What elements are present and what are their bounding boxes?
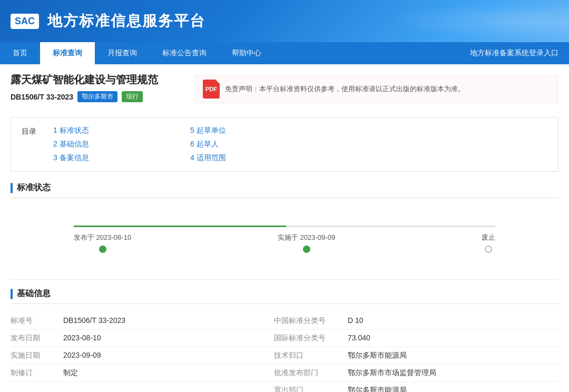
standard-status-section: 标准状态 发布于 2023-08-10 实施于 2023-09-09 — [11, 182, 558, 269]
toc-item-5[interactable]: 5 起草单位 — [190, 126, 306, 135]
info-row-1: 标准号 DB1506/T 33-2023 中国标准分类号 D 10 — [11, 312, 558, 330]
val-empty-1 — [63, 386, 274, 392]
label-empty-1 — [11, 386, 63, 392]
val-std-number: DB1506/T 33-2023 — [63, 316, 274, 326]
val-issuing-dept: 鄂尔多斯市能源局 — [348, 386, 558, 392]
nav-standard-search[interactable]: 标准查询 — [40, 42, 95, 64]
toc-label: 目录 — [22, 126, 53, 163]
tag-city: 鄂尔多斯市 — [77, 91, 117, 102]
disclaimer-text: 免责声明：本平台标准资料仅供参考，使用标准请以正式出版的标准版本为准。 — [225, 84, 465, 94]
section-info-header: 基础信息 — [11, 288, 558, 304]
label-revision: 制修订 — [11, 368, 63, 378]
toc-item-3[interactable]: 3 备案信息 — [53, 153, 169, 163]
section-bar-2 — [11, 289, 13, 299]
timeline-dot-1 — [99, 246, 106, 253]
info-rows: 标准号 DB1506/T 33-2023 中国标准分类号 D 10 发布日期 2… — [11, 312, 558, 392]
section-bar — [11, 183, 13, 193]
timeline-label-2: 实施于 2023-09-09 — [278, 233, 335, 242]
label-std-number: 标准号 — [11, 316, 63, 326]
val-revision: 制定 — [63, 368, 274, 378]
main-nav: 首页 标准查询 月报查询 标准公告查询 帮助中心 地方标准备案系统登录入口 — [0, 42, 569, 64]
subtitle-row: DB1506/T 33-2023 鄂尔多斯市 现行 — [11, 91, 184, 102]
header-title: 地方标准信息服务平台 — [47, 11, 205, 31]
timeline: 发布于 2023-08-10 实施于 2023-09-09 废止 — [11, 207, 558, 269]
nav-monthly-report[interactable]: 月报查询 — [95, 42, 150, 64]
label-tech-dept: 技术归口 — [274, 351, 348, 360]
basic-info-section: 基础信息 标准号 DB1506/T 33-2023 中国标准分类号 D 10 发… — [11, 288, 558, 392]
page-title: 露天煤矿智能化建设与管理规范 — [11, 73, 184, 87]
timeline-label-1: 发布于 2023-08-10 — [74, 233, 131, 242]
val-int-class: 73.040 — [348, 334, 558, 343]
label-impl-date: 实施日期 — [11, 351, 63, 360]
logo: SAC — [11, 14, 39, 29]
val-pub-date: 2023-08-10 — [63, 334, 274, 343]
nav-home[interactable]: 首页 — [0, 42, 40, 64]
toc-box: 目录 1 标准状态 5 起草单位 2 基础信息 6 起草人 3 备案信息 4 适… — [11, 117, 558, 172]
label-cn-class: 中国标准分类号 — [274, 316, 348, 326]
val-tech-dept: 鄂尔多斯市能源局 — [348, 351, 558, 360]
header: SAC 地方标准信息服务平台 — [0, 0, 569, 42]
info-row-5: 置出部门 鄂尔多斯市能源局 — [11, 382, 558, 392]
timeline-dot-2 — [303, 246, 310, 253]
label-pub-date: 发布日期 — [11, 334, 63, 343]
info-row-4: 制修订 制定 批准发布部门 鄂尔多斯市市场监督管理局 — [11, 365, 558, 382]
section-info-title: 基础信息 — [17, 288, 51, 299]
label-int-class: 国际标准分类号 — [274, 334, 348, 343]
std-number: DB1506/T 33-2023 — [11, 93, 73, 101]
toc-item-2[interactable]: 2 基础信息 — [53, 140, 169, 149]
info-row-2: 发布日期 2023-08-10 国际标准分类号 73.040 — [11, 330, 558, 347]
label-approval-dept: 批准发布部门 — [274, 368, 348, 378]
nav-login-link[interactable]: 地方标准备案系统登录入口 — [459, 42, 569, 64]
toc-item-6[interactable]: 6 起草人 — [190, 140, 306, 149]
toc-item-4[interactable]: 4 适用范围 — [190, 153, 306, 163]
toc-item-1[interactable]: 1 标准状态 — [53, 126, 169, 135]
val-impl-date: 2023-09-09 — [63, 351, 274, 360]
nav-help[interactable]: 帮助中心 — [219, 42, 274, 64]
val-approval-dept: 鄂尔多斯市市场监督管理局 — [348, 368, 558, 378]
tag-status: 现行 — [122, 91, 143, 102]
nav-announcement[interactable]: 标准公告查询 — [150, 42, 219, 64]
timeline-dot-3 — [485, 246, 492, 253]
info-row-3: 实施日期 2023-09-09 技术归口 鄂尔多斯市能源局 — [11, 347, 558, 365]
val-cn-class: D 10 — [348, 316, 558, 326]
divider — [11, 279, 558, 280]
main-content: 露天煤矿智能化建设与管理规范 DB1506/T 33-2023 鄂尔多斯市 现行… — [0, 64, 569, 392]
section-status-title: 标准状态 — [17, 182, 51, 193]
timeline-label-3: 废止 — [482, 233, 495, 242]
toc-grid: 1 标准状态 5 起草单位 2 基础信息 6 起草人 3 备案信息 4 适用范围 — [53, 126, 306, 163]
pdf-icon: PDF — [203, 80, 220, 99]
label-issuing-dept: 置出部门 — [274, 386, 348, 392]
section-status-header: 标准状态 — [11, 182, 558, 198]
disclaimer: PDF 免责声明：本平台标准资料仅供参考，使用标准请以正式出版的标准版本为准。 — [195, 75, 558, 103]
header-decoration — [358, 0, 569, 42]
